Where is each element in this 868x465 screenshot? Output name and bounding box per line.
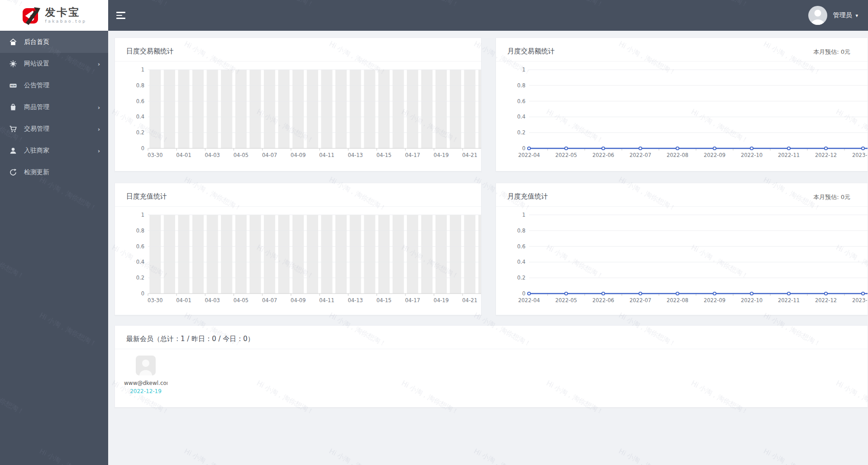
svg-text:0: 0	[141, 290, 144, 297]
svg-text:04-21: 04-21	[462, 152, 477, 158]
sidebar-item-announcements[interactable]: NEW 公告管理	[0, 75, 108, 96]
svg-text:04-07: 04-07	[262, 297, 277, 304]
svg-text:04-09: 04-09	[291, 152, 305, 158]
sidebar-item-label: 公告管理	[24, 81, 100, 90]
svg-text:03-30: 03-30	[148, 152, 162, 158]
svg-text:2022-11: 2022-11	[778, 297, 800, 304]
svg-text:03-30: 03-30	[148, 297, 162, 304]
svg-text:1: 1	[141, 212, 144, 218]
svg-text:2022-06: 2022-06	[592, 297, 614, 304]
month-estimate-label: 本月预估: 0元	[813, 48, 850, 56]
sidebar-item-orders[interactable]: 交易管理 ›	[0, 118, 108, 140]
svg-text:0: 0	[141, 145, 144, 152]
home-icon	[9, 38, 17, 46]
card-header: 日度充值统计	[115, 183, 481, 207]
svg-text:2022-08: 2022-08	[667, 297, 688, 304]
chevron-right-icon: ›	[98, 147, 100, 154]
svg-text:NEW: NEW	[10, 85, 16, 87]
card-title: 日度交易额统计	[126, 47, 174, 56]
svg-text:0: 0	[522, 145, 525, 152]
topbar: 管理员 ▾	[108, 0, 868, 31]
latest-members-card: 最新会员（总计：1 / 昨日：0 / 今日：0） www@dkewl.com 2…	[114, 325, 868, 408]
chevron-right-icon: ›	[98, 104, 100, 111]
member-email: www@dkewl.com	[124, 380, 167, 386]
sidebar-item-dashboard[interactable]: 后台首页	[0, 31, 108, 53]
brand-logo-icon	[22, 5, 41, 25]
svg-text:2022-04: 2022-04	[518, 297, 540, 304]
svg-text:0.8: 0.8	[136, 228, 144, 234]
svg-text:04-03: 04-03	[205, 152, 219, 158]
svg-text:04-01: 04-01	[176, 297, 191, 304]
month-estimate-label: 本月预估: 0元	[813, 193, 850, 201]
svg-text:0.2: 0.2	[136, 129, 144, 136]
sidebar-item-products[interactable]: 商品管理 ›	[0, 96, 108, 118]
svg-text:04-13: 04-13	[348, 297, 362, 304]
svg-text:2022-12: 2022-12	[815, 152, 837, 158]
svg-text:2022-08: 2022-08	[667, 152, 688, 158]
svg-text:0.6: 0.6	[517, 98, 525, 104]
svg-text:04-03: 04-03	[205, 297, 219, 304]
svg-text:04-11: 04-11	[319, 152, 334, 158]
svg-text:2022-05: 2022-05	[555, 152, 577, 158]
svg-text:0.6: 0.6	[136, 243, 144, 250]
sidebar-item-check-update[interactable]: 检测更新	[0, 161, 108, 183]
chevron-right-icon: ›	[98, 126, 100, 133]
svg-text:0.8: 0.8	[517, 82, 525, 89]
svg-text:04-19: 04-19	[434, 297, 448, 304]
svg-text:2023-01: 2023-01	[852, 152, 868, 158]
user-menu[interactable]: 管理员 ▾	[808, 0, 858, 31]
avatar	[808, 6, 827, 25]
svg-text:2022-09: 2022-09	[704, 297, 725, 304]
sidebar-menu: 后台首页 网站设置 › NEW 公告管理 商品管理	[0, 31, 108, 183]
bag-icon	[9, 103, 17, 111]
svg-text:04-09: 04-09	[291, 297, 305, 304]
refresh-icon	[9, 168, 17, 176]
svg-text:0.4: 0.4	[136, 114, 144, 120]
card-header: 月度充值统计 本月预估: 0元	[496, 183, 868, 207]
sidebar-item-label: 后台首页	[24, 38, 100, 46]
svg-text:04-13: 04-13	[348, 152, 362, 158]
svg-text:2022-06: 2022-06	[592, 152, 614, 158]
svg-text:0.6: 0.6	[136, 98, 144, 104]
sidebar-item-site-settings[interactable]: 网站设置 ›	[0, 53, 108, 75]
svg-text:1: 1	[141, 66, 144, 73]
card-header: 最新会员（总计：1 / 昨日：0 / 今日：0）	[115, 326, 868, 349]
sidebar-item-merchants[interactable]: 入驻商家 ›	[0, 140, 108, 161]
card-header: 日度交易额统计	[115, 38, 481, 62]
username-label: 管理员	[833, 11, 852, 19]
sidebar-toggle-button[interactable]	[116, 12, 126, 19]
svg-text:04-19: 04-19	[434, 152, 448, 158]
svg-text:2022-10: 2022-10	[741, 152, 763, 158]
sidebar-item-label: 商品管理	[24, 103, 98, 111]
chevron-right-icon: ›	[98, 61, 100, 67]
daily-recharge-chart: 00.20.40.60.8103-3004-0104-0304-0504-070…	[123, 207, 481, 315]
svg-text:0.4: 0.4	[517, 259, 525, 265]
sidebar-item-label: 交易管理	[24, 125, 98, 133]
svg-text:04-15: 04-15	[377, 152, 391, 158]
svg-text:0.2: 0.2	[517, 275, 525, 281]
svg-text:0.2: 0.2	[517, 129, 525, 136]
svg-text:04-21: 04-21	[462, 297, 477, 304]
gear-icon	[9, 60, 17, 68]
svg-text:04-05: 04-05	[234, 152, 248, 158]
card-title: 日度充值统计	[126, 192, 167, 201]
monthly-recharge-chart: 00.20.40.60.812022-042022-052022-062022-…	[504, 207, 868, 315]
svg-text:0.4: 0.4	[136, 259, 144, 265]
member-item[interactable]: www@dkewl.com 2022-12-19	[121, 356, 170, 394]
svg-text:2022-07: 2022-07	[630, 152, 651, 158]
brand-logo[interactable]: 发卡宝 fakabao.top	[0, 0, 108, 31]
svg-text:04-11: 04-11	[319, 297, 334, 304]
card-title: 月度交易额统计	[507, 47, 555, 56]
svg-text:0.8: 0.8	[136, 82, 144, 89]
svg-text:0.6: 0.6	[517, 243, 525, 250]
svg-text:1: 1	[522, 212, 525, 218]
svg-text:04-05: 04-05	[234, 297, 248, 304]
sidebar: 发卡宝 fakabao.top 后台首页 网站设置 › N	[0, 0, 108, 465]
brand-domain: fakabao.top	[45, 19, 87, 24]
merchant-icon	[9, 147, 17, 155]
card-header: 月度交易额统计 本月预估: 0元	[496, 38, 868, 62]
svg-text:0: 0	[522, 290, 525, 297]
svg-text:2022-07: 2022-07	[630, 297, 651, 304]
chevron-down-icon: ▾	[855, 13, 858, 19]
monthly-recharge-card: 月度充值统计 本月预估: 0元 00.20.40.60.812022-04202…	[496, 183, 868, 315]
